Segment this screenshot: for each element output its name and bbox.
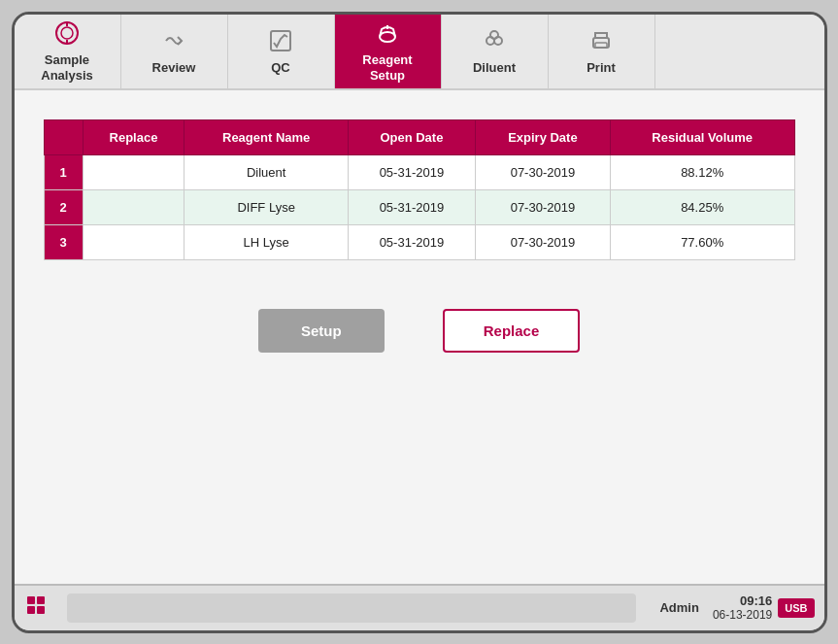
- row-replace[interactable]: [83, 224, 184, 259]
- col-header-num: [44, 119, 83, 154]
- nav-sample-analysis[interactable]: Sample Analysis: [15, 15, 121, 88]
- nav-qc-label: QC: [271, 60, 290, 76]
- col-header-expiry-date: Expiry Date: [475, 119, 610, 154]
- reagent-setup-icon: [374, 19, 401, 51]
- current-date: 06-13-2019: [713, 608, 772, 622]
- row-residual-volume: 84.25%: [610, 189, 794, 224]
- buttons-row: Setup Replace: [44, 309, 795, 353]
- row-replace[interactable]: [83, 189, 184, 224]
- row-residual-volume: 88.12%: [610, 154, 794, 189]
- svg-point-5: [380, 32, 395, 42]
- row-expiry-date: 07-30-2019: [475, 154, 610, 189]
- row-reagent-name: LH Lyse: [184, 224, 348, 259]
- user-name: Admin: [659, 600, 698, 615]
- nav-qc[interactable]: QC: [228, 15, 335, 88]
- print-icon: [587, 27, 615, 58]
- svg-rect-11: [595, 43, 607, 48]
- row-reagent-name: DIFF Lyse: [184, 189, 348, 224]
- nav-reagent-setup[interactable]: Reagent Setup: [335, 15, 442, 88]
- svg-rect-14: [27, 606, 35, 614]
- sample-analysis-icon: [53, 19, 81, 51]
- nav-review[interactable]: Review: [121, 15, 228, 88]
- status-spacer: [67, 593, 637, 623]
- status-bar: Admin 09:16 06-13-2019 USB: [15, 584, 824, 630]
- table-row[interactable]: 3LH Lyse05-31-201907-30-201977.60%: [44, 224, 794, 259]
- content-area: Replace Reagent Name Open Date Expiry Da…: [15, 90, 824, 584]
- svg-point-9: [490, 31, 498, 39]
- row-number: 3: [44, 224, 83, 259]
- row-number: 1: [44, 154, 83, 189]
- svg-rect-13: [37, 596, 45, 604]
- nav-review-label: Review: [152, 60, 196, 76]
- table-row[interactable]: 1Diluent05-31-201907-30-201988.12%: [44, 154, 794, 189]
- nav-diluent[interactable]: Diluent: [442, 15, 549, 88]
- nav-print[interactable]: Print: [549, 15, 655, 88]
- row-reagent-name: Diluent: [184, 154, 348, 189]
- col-header-residual-volume: Residual Volume: [610, 119, 794, 154]
- qc-icon: [267, 27, 294, 58]
- current-time: 09:16: [740, 593, 772, 608]
- row-open-date: 05-31-2019: [348, 189, 475, 224]
- device-frame: Sample Analysis Review QC: [12, 12, 827, 633]
- col-header-open-date: Open Date: [348, 119, 475, 154]
- top-navigation: Sample Analysis Review QC: [15, 15, 824, 90]
- reagent-table: Replace Reagent Name Open Date Expiry Da…: [44, 119, 795, 260]
- row-expiry-date: 07-30-2019: [475, 224, 610, 259]
- review-icon: [160, 27, 187, 58]
- nav-print-label: Print: [587, 60, 616, 76]
- grid-icon[interactable]: [24, 593, 48, 622]
- col-header-replace: Replace: [83, 119, 184, 154]
- usb-indicator: USB: [778, 598, 814, 618]
- diluent-icon: [481, 27, 508, 58]
- row-residual-volume: 77.60%: [610, 224, 794, 259]
- row-open-date: 05-31-2019: [348, 224, 475, 259]
- row-replace[interactable]: [83, 154, 184, 189]
- setup-button[interactable]: Setup: [258, 309, 385, 353]
- svg-rect-15: [37, 606, 45, 614]
- datetime-block: 09:16 06-13-2019: [713, 593, 772, 622]
- col-header-reagent-name: Reagent Name: [184, 119, 348, 154]
- row-expiry-date: 07-30-2019: [475, 189, 610, 224]
- nav-reagent-setup-label: Reagent Setup: [362, 52, 412, 83]
- row-number: 2: [44, 189, 83, 224]
- row-open-date: 05-31-2019: [348, 154, 475, 189]
- svg-rect-12: [27, 596, 35, 604]
- table-row[interactable]: 2DIFF Lyse05-31-201907-30-201984.25%: [44, 189, 794, 224]
- replace-button[interactable]: Replace: [443, 309, 581, 353]
- nav-sample-analysis-label: Sample Analysis: [41, 52, 92, 83]
- nav-diluent-label: Diluent: [473, 60, 516, 76]
- svg-point-1: [61, 27, 73, 39]
- user-info: Admin: [646, 600, 712, 615]
